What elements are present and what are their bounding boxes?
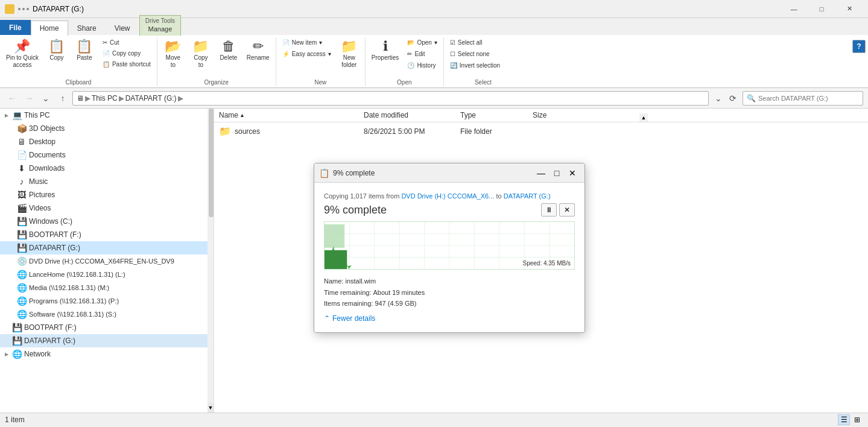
ribbon-group-organize: 📂 Move to 📁 Copy to 🗑 Delete ✏ Rename Or…: [157, 37, 276, 86]
tab-view[interactable]: View: [106, 21, 139, 36]
clipboard-group-label: Clipboard: [2, 77, 154, 86]
dropdown-button[interactable]: ⌄: [711, 91, 726, 106]
invert-selection-button[interactable]: 🔄 Invert selection: [446, 60, 504, 71]
search-input[interactable]: [758, 95, 859, 102]
sidebar-scrollbar-track[interactable]: ▼: [207, 109, 214, 413]
sidebar-item-dvd-h[interactable]: 💿 DVD Drive (H:) CCCOMA_X64FRE_EN-US_DV9: [0, 255, 214, 268]
paste-shortcut-icon: 📋: [103, 61, 110, 68]
pause-copy-button[interactable]: ⏸: [541, 203, 557, 217]
copy-button-large[interactable]: 📋 Copy: [43, 37, 70, 64]
view-details-button[interactable]: ☰: [838, 414, 850, 425]
copy-path-label: Copy copy: [112, 50, 141, 57]
copy-to-label: Copy to: [194, 54, 207, 69]
software-s-icon: 🌐: [17, 309, 27, 319]
paste-shortcut-button[interactable]: 📋 Paste shortcut: [99, 59, 154, 69]
minimize-button[interactable]: —: [780, 0, 808, 18]
col-size[interactable]: Size: [528, 110, 576, 121]
copy-from-link[interactable]: DVD Drive (H:) CCCOMA_X6...: [401, 192, 494, 200]
file-name-label: sources: [235, 127, 260, 136]
programs-p-icon: 🌐: [17, 296, 27, 306]
sidebar-item-programs-p[interactable]: 🌐 Programs (\\192.168.1.31) (P:): [0, 294, 214, 308]
organize-group-label: Organize: [160, 77, 273, 86]
col-date[interactable]: Date modified: [359, 110, 455, 121]
sidebar-item-desktop[interactable]: 🖥 Desktop: [0, 135, 214, 148]
properties-button[interactable]: ℹ Properties: [368, 37, 403, 64]
select-group-label: Select: [446, 77, 520, 86]
select-all-button[interactable]: ☑ Select all: [446, 37, 504, 48]
address-datapart[interactable]: DATAPART (G:): [125, 94, 177, 103]
select-none-button[interactable]: ☐ Select none: [446, 49, 504, 59]
pin-label: Pin to Quick access: [6, 54, 39, 69]
copy-to-button[interactable]: 📁 Copy to: [188, 37, 214, 71]
easy-access-button[interactable]: ⚡ Easy access ▾: [279, 49, 335, 59]
open-button[interactable]: 📂 Open ▾: [404, 37, 440, 48]
view-icons-button[interactable]: ⊞: [851, 414, 863, 425]
close-button[interactable]: ✕: [835, 0, 863, 18]
sidebar-item-music[interactable]: ♪ Music: [0, 175, 214, 188]
folder-icon: 📁: [219, 125, 231, 137]
tab-share[interactable]: Share: [68, 21, 106, 36]
sidebar-item-videos[interactable]: 🎬 Videos: [0, 201, 214, 215]
pin-to-quick-access-button[interactable]: 📌 Pin to Quick access: [2, 37, 42, 71]
help-button[interactable]: ?: [852, 40, 866, 53]
tab-home[interactable]: Home: [31, 21, 68, 36]
table-row[interactable]: 📁 sources 8/26/2021 5:00 PM File folder: [214, 122, 868, 141]
sidebar-item-lancehome[interactable]: 🌐 LanceHome (\\192.168.1.31) (L:): [0, 268, 214, 281]
sidebar-item-bootpart-f[interactable]: 💾 BOOTPART (F:): [0, 228, 214, 241]
address-path[interactable]: 🖥 ▶ This PC ▶ DATAPART (G:) ▶: [72, 91, 709, 106]
sidebar-item-media-m[interactable]: 🌐 Media (\\192.168.1.31) (M:): [0, 281, 214, 294]
up-button[interactable]: ↑: [55, 91, 70, 106]
sidebar-label-software-s: Software (\\192.168.1.31) (S:): [29, 311, 116, 318]
sidebar-item-datapart-g2[interactable]: ▶ 💾 DATAPART (G:): [0, 334, 214, 347]
sidebar-label-documents: Documents: [29, 151, 66, 159]
search-box[interactable]: 🔍: [743, 91, 863, 106]
dialog-minimize-button[interactable]: —: [534, 166, 548, 180]
cancel-copy-button[interactable]: ✕: [559, 203, 575, 217]
recent-locations-button[interactable]: ⌄: [39, 91, 53, 106]
refresh-button[interactable]: ⟳: [726, 91, 740, 106]
col-type[interactable]: Type: [455, 110, 528, 121]
forward-button[interactable]: →: [22, 91, 36, 106]
sidebar-item-documents[interactable]: 📄 Documents: [0, 148, 214, 162]
fewer-details-button[interactable]: ⌃ Fewer details: [324, 314, 375, 323]
paste-button[interactable]: 📋 Paste: [71, 37, 98, 64]
sidebar-scroll-down-arrow[interactable]: ▼: [207, 403, 214, 413]
sidebar-item-windows-c[interactable]: 💾 Windows (C:): [0, 215, 214, 228]
sidebar-item-pictures[interactable]: 🖼 Pictures: [0, 188, 214, 201]
3d-objects-icon: 📦: [17, 124, 27, 133]
maximize-button[interactable]: □: [808, 0, 835, 18]
address-this-pc[interactable]: This PC: [92, 94, 118, 103]
col-type-label: Type: [460, 111, 476, 119]
sidebar-item-network[interactable]: ▶ 🌐 Network: [0, 347, 214, 361]
col-name[interactable]: Name ▲: [214, 110, 359, 121]
back-button[interactable]: ←: [5, 91, 19, 106]
open-group-content: ℹ Properties 📂 Open ▾ ✏ Edit 🕐 History: [368, 37, 441, 77]
sidebar-item-downloads[interactable]: ⬇ Downloads: [0, 162, 214, 175]
sidebar-item-this-pc[interactable]: ▶ 💻 This PC: [0, 109, 214, 122]
dialog-maximize-button[interactable]: □: [550, 166, 564, 180]
tab-file[interactable]: File: [0, 20, 31, 35]
rename-label: Rename: [247, 54, 270, 62]
move-to-button[interactable]: 📂 Move to: [160, 37, 186, 71]
copy-icon-large: 📋: [48, 40, 65, 53]
select-all-icon: ☑: [450, 39, 455, 46]
delete-icon: 🗑: [222, 40, 235, 53]
cut-button[interactable]: ✂ Cut: [99, 37, 154, 48]
sidebar-item-datapart-g[interactable]: 💾 DATAPART (G:): [0, 241, 214, 255]
tab-drive-tools[interactable]: Drive Tools Manage: [139, 15, 182, 36]
new-item-button[interactable]: 📄 New item ▾: [279, 37, 335, 48]
dialog-close-button[interactable]: ✕: [565, 166, 580, 180]
copy-path-button[interactable]: 📄 Copy copy: [99, 48, 154, 59]
edit-button[interactable]: ✏ Edit: [404, 49, 440, 59]
sidebar-item-software-s[interactable]: 🌐 Software (\\192.168.1.31) (S:): [0, 308, 214, 321]
copy-to-link[interactable]: DATAPART (G:): [504, 192, 551, 200]
svg-rect-12: [325, 224, 344, 248]
new-folder-button[interactable]: 📁 New folder: [336, 37, 363, 71]
sidebar-item-bootpart-f2[interactable]: ▶ 💾 BOOTPART (F:): [0, 321, 214, 334]
sidebar-item-3d-objects[interactable]: 📦 3D Objects: [0, 122, 214, 135]
address-pc-icon: 🖥: [77, 94, 84, 103]
history-button[interactable]: 🕐 History: [404, 60, 440, 71]
file-list-scroll-up[interactable]: ▲: [639, 113, 648, 122]
rename-button[interactable]: ✏ Rename: [243, 37, 273, 64]
delete-button[interactable]: 🗑 Delete: [215, 37, 242, 64]
